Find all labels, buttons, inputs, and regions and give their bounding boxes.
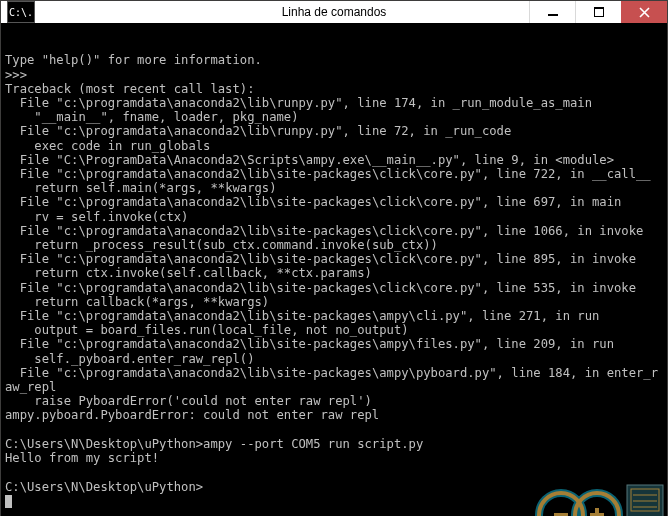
terminal-line: File "c:\programdata\anaconda2\lib\site-… [5,224,643,238]
terminal-line: Hello from my script! [5,451,159,465]
terminal-line: File "c:\programdata\anaconda2\lib\site-… [5,281,636,295]
terminal-line: C:\Users\N\Desktop\uPython>ampy --port C… [5,437,423,451]
terminal-line: return _process_result(sub_ctx.command.i… [5,238,438,252]
cursor [5,495,12,508]
terminal-line: File "c:\programdata\anaconda2\lib\site-… [5,195,621,209]
terminal-line: File "c:\programdata\anaconda2\lib\site-… [5,309,599,323]
terminal-line: self._pyboard.enter_raw_repl() [5,352,254,366]
command-prompt-window: C:\. Linha de comandos Type "help()" for… [0,0,668,516]
terminal-line: exec code in run_globals [5,139,210,153]
svg-point-9 [575,493,619,516]
maximize-button[interactable] [575,1,621,23]
terminal-line: File "c:\programdata\anaconda2\lib\runpy… [5,124,511,138]
svg-rect-2 [594,7,604,9]
terminal-line: raise PyboardError('could not enter raw … [5,394,372,408]
close-button[interactable] [621,1,667,23]
terminal-output[interactable]: Type "help()" for more information. >>> … [1,23,667,516]
terminal-line: File "c:\programdata\anaconda2\lib\site-… [5,366,658,394]
terminal-line: "__main__", fname, loader, pkg_name) [5,110,299,124]
terminal-line: return callback(*args, **kwargs) [5,295,269,309]
terminal-line: output = board_files.run(local_file, not… [5,323,409,337]
terminal-line: Type "help()" for more information. [5,53,262,67]
terminal-line: File "c:\programdata\anaconda2\lib\runpy… [5,96,592,110]
terminal-line: File "c:\programdata\anaconda2\lib\site-… [5,167,651,181]
terminal-line: File "c:\programdata\anaconda2\lib\site-… [5,337,614,351]
terminal-line: File "C:\ProgramData\Anaconda2\Scripts\a… [5,153,614,167]
terminal-line: Traceback (most recent call last): [5,82,254,96]
svg-point-10 [539,493,583,516]
terminal-line: C:\Users\N\Desktop\uPython> [5,480,203,494]
terminal-line: >>> [5,68,27,82]
svg-point-11 [575,493,619,516]
svg-rect-0 [548,14,558,16]
window-title: Linha de comandos [282,5,387,19]
window-controls [529,1,667,23]
app-icon: C:\. [7,1,35,23]
terminal-line: File "c:\programdata\anaconda2\lib\site-… [5,252,636,266]
terminal-line: return self.main(*args, **kwargs) [5,181,277,195]
terminal-line: ampy.pyboard.PyboardError: could not ent… [5,408,379,422]
svg-point-8 [539,493,583,516]
titlebar[interactable]: C:\. Linha de comandos [1,1,667,23]
minimize-button[interactable] [529,1,575,23]
terminal-line: return ctx.invoke(self.callback, **ctx.p… [5,266,372,280]
terminal-line: rv = self.invoke(ctx) [5,210,188,224]
